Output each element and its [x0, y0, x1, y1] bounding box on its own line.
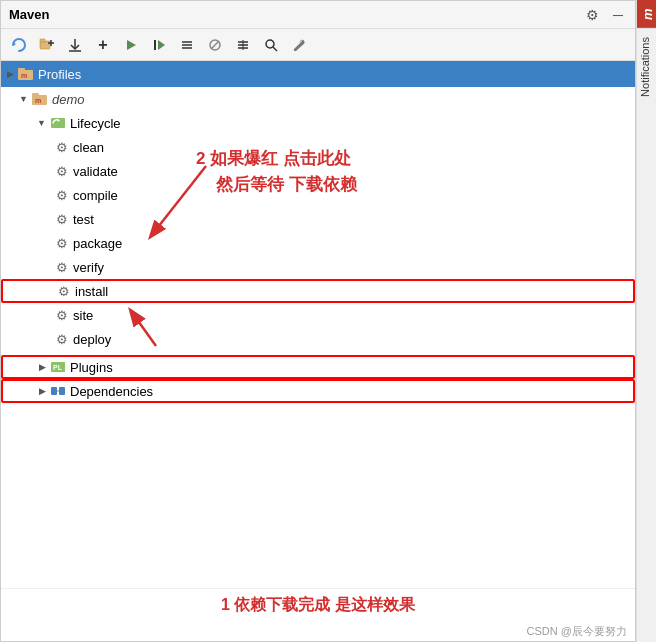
validate-label: validate	[73, 164, 118, 179]
deploy-label: deploy	[73, 332, 111, 347]
svg-rect-32	[51, 387, 57, 395]
demo-chevron: ▼	[19, 94, 28, 104]
validate-item[interactable]: ⚙ validate	[1, 159, 635, 183]
lifecycle-item[interactable]: ▼ Lifecycle	[1, 111, 635, 135]
title-bar: Maven ⚙ ─	[1, 1, 635, 29]
install-label: install	[75, 284, 108, 299]
demo-item[interactable]: ▼ m demo	[1, 87, 635, 111]
maven-badge: m	[637, 0, 657, 28]
notifications-tab[interactable]: Notifications	[637, 28, 657, 105]
find-button[interactable]	[259, 33, 283, 57]
svg-text:m: m	[21, 72, 27, 79]
svg-rect-2	[40, 39, 45, 42]
install-item[interactable]: ⚙ install	[1, 279, 635, 303]
svg-line-14	[211, 41, 219, 49]
profiles-chevron: ▶	[7, 69, 14, 79]
deps-button[interactable]	[231, 33, 255, 57]
dependencies-label: Dependencies	[70, 384, 153, 399]
csdn-watermark: CSDN @辰今要努力	[1, 622, 635, 641]
clean-item[interactable]: ⚙ clean	[1, 135, 635, 159]
svg-line-20	[273, 47, 277, 51]
deploy-item[interactable]: ⚙ deploy	[1, 327, 635, 351]
new-button[interactable]: +	[91, 33, 115, 57]
test-label: test	[73, 212, 94, 227]
svg-text:m: m	[35, 97, 41, 104]
run-button[interactable]	[119, 33, 143, 57]
svg-marker-7	[127, 40, 136, 50]
title-bar-left: Maven	[9, 7, 49, 22]
wrench-button[interactable]	[287, 33, 311, 57]
dependencies-icon	[50, 384, 66, 398]
profiles-folder-icon: m	[18, 67, 34, 81]
right-sidebar: m Notifications	[636, 0, 656, 642]
refresh-button[interactable]	[7, 33, 31, 57]
install-gear-icon: ⚙	[57, 284, 71, 298]
clean-label: clean	[73, 140, 104, 155]
content-area: ▶ m Profiles ▼ m demo ▼	[1, 61, 635, 588]
plugins-icon: PL	[50, 360, 66, 374]
lifecycle-label: Lifecycle	[70, 116, 121, 131]
settings-icon[interactable]: ⚙	[583, 6, 601, 24]
plugins-item[interactable]: ▶ PL Plugins	[1, 355, 635, 379]
lifecycle-icon	[50, 116, 66, 130]
verify-gear-icon: ⚙	[55, 260, 69, 274]
profiles-row[interactable]: ▶ m Profiles	[1, 61, 635, 87]
test-gear-icon: ⚙	[55, 212, 69, 226]
profiles-label: Profiles	[38, 67, 81, 82]
run2-button[interactable]	[147, 33, 171, 57]
validate-gear-icon: ⚙	[55, 164, 69, 178]
bottom-annotation-text: 1 依赖下载完成 是这样效果	[221, 596, 415, 613]
svg-marker-9	[158, 40, 165, 50]
site-label: site	[73, 308, 93, 323]
title-text: Maven	[9, 7, 49, 22]
package-item[interactable]: ⚙ package	[1, 231, 635, 255]
compile-item[interactable]: ⚙ compile	[1, 183, 635, 207]
site-gear-icon: ⚙	[55, 308, 69, 322]
deploy-gear-icon: ⚙	[55, 332, 69, 346]
clean-gear-icon: ⚙	[55, 140, 69, 154]
compile-gear-icon: ⚙	[55, 188, 69, 202]
lifecycle-chevron: ▼	[37, 118, 46, 128]
verify-label: verify	[73, 260, 104, 275]
test-item[interactable]: ⚙ test	[1, 207, 635, 231]
bottom-annotation: 1 依赖下载完成 是这样效果	[1, 588, 635, 622]
tree-panel: ▶ m Profiles ▼ m demo ▼	[1, 61, 635, 588]
svg-rect-33	[59, 387, 65, 395]
watermark-text: CSDN @辰今要努力	[527, 625, 627, 637]
download-button[interactable]	[63, 33, 87, 57]
plugins-chevron: ▶	[39, 362, 46, 372]
minimize-icon[interactable]: ─	[609, 6, 627, 24]
title-bar-right: ⚙ ─	[583, 6, 627, 24]
svg-rect-8	[154, 40, 156, 50]
skip-button[interactable]	[203, 33, 227, 57]
package-gear-icon: ⚙	[55, 236, 69, 250]
compile-label: compile	[73, 188, 118, 203]
site-item[interactable]: ⚙ site	[1, 303, 635, 327]
toggle-button[interactable]	[175, 33, 199, 57]
add-project-button[interactable]	[35, 33, 59, 57]
toolbar: +	[1, 29, 635, 61]
deps-chevron: ▶	[39, 386, 46, 396]
plugins-label: Plugins	[70, 360, 113, 375]
svg-text:PL: PL	[53, 364, 63, 371]
demo-label: demo	[52, 92, 85, 107]
svg-point-19	[266, 40, 274, 48]
dependencies-item[interactable]: ▶ Dependencies	[1, 379, 635, 403]
demo-icon: m	[32, 92, 48, 106]
verify-item[interactable]: ⚙ verify	[1, 255, 635, 279]
package-label: package	[73, 236, 122, 251]
